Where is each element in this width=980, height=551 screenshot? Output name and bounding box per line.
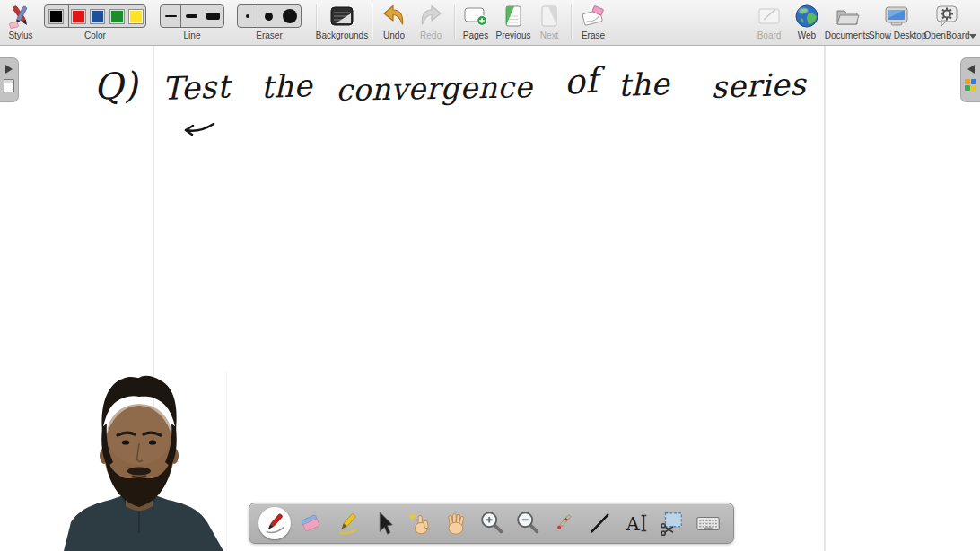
handwritten-word: Q) (92, 64, 139, 108)
eraser-medium[interactable] (258, 5, 279, 27)
color-swatch-yellow[interactable] (127, 5, 145, 27)
previous-button[interactable]: Previous (494, 2, 533, 43)
laser-pointer-tool[interactable] (547, 507, 580, 539)
eraser-large[interactable] (280, 5, 301, 27)
redo-icon (413, 2, 449, 31)
handwritten-word: of (563, 60, 599, 102)
board-label: Board (750, 31, 788, 41)
stylus-button[interactable]: Stylus (4, 2, 38, 43)
web-label: Web (790, 31, 824, 41)
text-tool[interactable]: A (620, 507, 652, 539)
top-toolbar: Stylus Color (0, 0, 980, 46)
virtual-keyboard-tool[interactable] (692, 507, 724, 539)
eraser-label: Eraser (237, 31, 302, 41)
web-icon (790, 2, 824, 31)
previous-label: Previous (494, 31, 533, 41)
redo-button[interactable]: Redo (413, 2, 449, 43)
chevron-down-icon[interactable] (969, 34, 976, 39)
erase-button[interactable]: Erase (573, 2, 613, 43)
hand-tool[interactable] (439, 507, 471, 539)
library-tab[interactable] (960, 57, 980, 102)
color-swatch-green[interactable] (108, 5, 127, 27)
documents-button[interactable]: Documents (823, 2, 871, 43)
expand-right-icon (5, 65, 13, 74)
interact-tool[interactable] (403, 507, 435, 539)
openboard-menu-button[interactable]: OpenBoard (923, 2, 971, 43)
openboard-window: Stylus Color (0, 0, 980, 551)
show-desktop-button[interactable]: Show Desktop (869, 2, 924, 43)
color-swatch-selected[interactable] (45, 5, 68, 27)
capture-tool[interactable] (656, 507, 688, 539)
zoom-out-tool[interactable] (512, 507, 544, 539)
pages-label: Pages (456, 31, 495, 41)
next-page-icon (533, 2, 565, 31)
backgrounds-icon (314, 2, 370, 31)
color-swatch-red[interactable] (69, 5, 89, 27)
erase-label: Erase (573, 31, 613, 41)
board-button[interactable]: Board (750, 2, 788, 43)
handwritten-word: the (617, 66, 670, 103)
backgrounds-button[interactable]: Backgrounds (314, 2, 370, 43)
pages-button[interactable]: Pages (456, 2, 495, 43)
line-tool[interactable] (583, 507, 616, 539)
next-label: Next (533, 31, 565, 41)
backgrounds-label: Backgrounds (314, 31, 370, 41)
line-thin[interactable] (161, 5, 180, 27)
marker-tool[interactable] (331, 507, 363, 539)
stylus-label: Stylus (4, 31, 38, 41)
page-thumbnail-icon (4, 79, 14, 92)
handwritten-word: series (711, 66, 807, 105)
eraser-size-picker[interactable]: Eraser (237, 2, 302, 43)
undo-label: Undo (375, 31, 413, 41)
stylus-icon (4, 2, 38, 31)
openboard-label: OpenBoard (923, 31, 971, 41)
eraser-small[interactable] (238, 5, 258, 27)
openboard-icon (923, 2, 971, 31)
next-button[interactable]: Next (533, 2, 565, 43)
color-label: Color (43, 31, 147, 41)
webcam-overlay (49, 372, 229, 551)
web-button[interactable]: Web (790, 2, 824, 43)
eraser-tool[interactable] (294, 507, 327, 539)
line-label: Line (160, 31, 224, 41)
expand-left-icon (967, 65, 975, 74)
undo-button[interactable]: Undo (375, 2, 413, 43)
color-swatch-blue[interactable] (88, 5, 108, 27)
erase-icon (573, 2, 613, 31)
page-navigator-tab[interactable] (0, 57, 19, 102)
handwritten-word: the (260, 67, 313, 105)
show-desktop-label: Show Desktop (869, 31, 924, 41)
handwritten-word: Test (162, 68, 231, 107)
line-width-picker[interactable]: Line (160, 2, 224, 43)
pages-icon (456, 2, 495, 31)
handwritten-word: convergence (336, 69, 533, 108)
redo-label: Redo (413, 31, 449, 41)
library-icon (965, 79, 976, 91)
stylus-toolbar: A (249, 503, 734, 544)
zoom-in-tool[interactable] (476, 507, 508, 539)
undo-icon (375, 2, 413, 31)
line-medium[interactable] (181, 5, 202, 27)
board-icon (750, 2, 788, 31)
previous-page-icon (494, 2, 533, 31)
selector-tool[interactable] (367, 507, 399, 539)
svg-text:A: A (625, 513, 640, 535)
documents-icon (823, 2, 871, 31)
line-thick[interactable] (203, 5, 223, 27)
pen-tool[interactable] (258, 507, 291, 539)
right-margin-line (824, 46, 826, 551)
handwritten-arrow (179, 118, 217, 140)
show-desktop-icon (869, 2, 924, 31)
color-picker[interactable]: Color (43, 2, 147, 43)
documents-label: Documents (823, 31, 871, 41)
